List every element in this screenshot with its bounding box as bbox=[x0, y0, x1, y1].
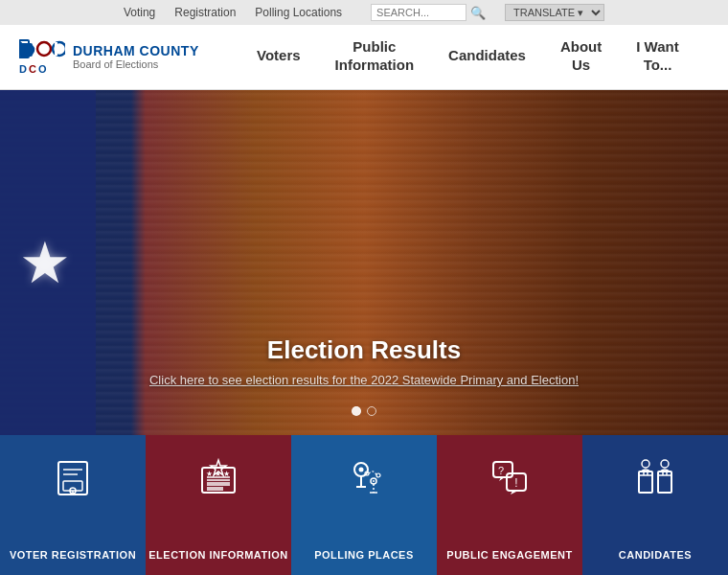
svg-point-26 bbox=[359, 468, 364, 472]
stars-icon: ★ ★ ★ bbox=[194, 454, 242, 502]
svg-text:C: C bbox=[29, 63, 36, 75]
logo-text: DURHAM COUNTY Board of Elections bbox=[73, 43, 199, 72]
card-label-public: PUBLIC ENGAGEMENT bbox=[446, 548, 572, 562]
utility-link-voting[interactable]: Voting bbox=[124, 6, 155, 19]
card-label-voter: VOTER REGISTRATION bbox=[10, 548, 136, 562]
dot-2[interactable] bbox=[367, 406, 376, 416]
card-icon-voter bbox=[0, 454, 146, 502]
search-area: 🔍 bbox=[371, 4, 486, 21]
card-label-polling: POLLING PLACES bbox=[314, 548, 414, 562]
card-icon-public: ? ! bbox=[437, 454, 582, 502]
svg-text:!: ! bbox=[514, 476, 517, 490]
main-header: D C O DURHAM COUNTY Board of Elections V… bbox=[0, 25, 728, 90]
utility-link-registration[interactable]: Registration bbox=[174, 6, 236, 19]
search-button[interactable]: 🔍 bbox=[470, 6, 486, 20]
svg-text:★ ★ ★: ★ ★ ★ bbox=[206, 470, 230, 478]
ballot-icon bbox=[49, 454, 97, 502]
hero-dots bbox=[352, 406, 376, 416]
svg-text:D: D bbox=[19, 63, 27, 75]
svg-text:O: O bbox=[38, 63, 47, 75]
nav-public-info[interactable]: Public Information bbox=[318, 25, 432, 90]
card-label-election: ELECTION INFORMATION bbox=[148, 548, 287, 562]
nav-candidates[interactable]: Candidates bbox=[431, 25, 543, 90]
card-icon-candidates bbox=[582, 454, 728, 502]
utility-link-polling[interactable]: Polling Locations bbox=[255, 6, 342, 19]
podium-icon bbox=[631, 454, 679, 502]
svg-rect-11 bbox=[63, 481, 82, 491]
card-icon-polling bbox=[291, 454, 437, 502]
cards-section: VOTER REGISTRATION ★ ★ ★ ELECTION INFORM… bbox=[0, 435, 728, 575]
logo-subtitle: Board of Elections bbox=[73, 58, 199, 71]
nav-about[interactable]: About Us bbox=[543, 25, 619, 90]
svg-point-43 bbox=[642, 460, 649, 468]
flag-star: ★ bbox=[19, 229, 71, 296]
card-polling-places[interactable]: POLLING PLACES bbox=[291, 435, 437, 575]
nav-i-want[interactable]: I Want To... bbox=[619, 25, 695, 90]
svg-rect-9 bbox=[55, 42, 57, 56]
hero-banner: ★ Election Results Click here to see ele… bbox=[0, 90, 728, 435]
logo-area[interactable]: D C O DURHAM COUNTY Board of Elections bbox=[19, 38, 211, 77]
translate-select[interactable]: TRANSLATE ▾ bbox=[505, 4, 604, 21]
svg-point-7 bbox=[37, 42, 51, 56]
svg-point-30 bbox=[376, 473, 380, 477]
card-public-engagement[interactable]: ? ! PUBLIC ENGAGEMENT bbox=[437, 435, 582, 575]
svg-point-8 bbox=[53, 42, 65, 56]
svg-text:?: ? bbox=[498, 465, 504, 476]
card-election-information[interactable]: ★ ★ ★ ELECTION INFORMATION bbox=[146, 435, 291, 575]
logo-icon: D C O bbox=[19, 38, 65, 77]
card-candidates[interactable]: CANDIDATES bbox=[582, 435, 728, 575]
main-nav: Voters Public Information Candidates Abo… bbox=[239, 25, 709, 90]
dot-1[interactable] bbox=[352, 406, 361, 416]
card-label-candidates: CANDIDATES bbox=[619, 548, 692, 562]
svg-point-44 bbox=[661, 460, 669, 468]
hero-text: Election Results Click here to see elect… bbox=[0, 335, 728, 387]
card-icon-election: ★ ★ ★ bbox=[146, 454, 291, 502]
card-voter-registration[interactable]: VOTER REGISTRATION bbox=[0, 435, 146, 575]
logo-title: DURHAM COUNTY bbox=[73, 43, 199, 59]
location-icon bbox=[340, 454, 388, 502]
nav-voters[interactable]: Voters bbox=[239, 25, 318, 90]
svg-point-28 bbox=[373, 480, 375, 482]
utility-bar: Voting Registration Polling Locations 🔍 … bbox=[0, 0, 728, 25]
hero-title: Election Results bbox=[0, 335, 728, 365]
hero-subtitle[interactable]: Click here to see election results for t… bbox=[0, 373, 728, 387]
search-input[interactable] bbox=[371, 4, 466, 21]
chat-icon: ? ! bbox=[486, 454, 534, 502]
